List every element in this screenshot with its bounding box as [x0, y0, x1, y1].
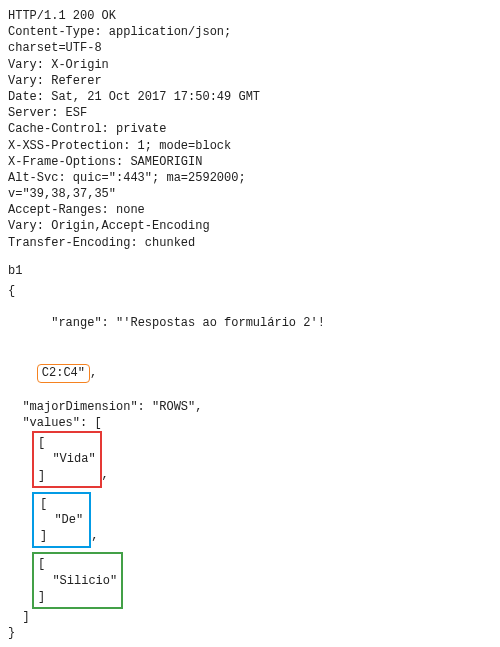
http-header-line: Vary: Referer: [8, 73, 492, 89]
json-values-close: ]: [8, 609, 492, 625]
json-brace-close: }: [8, 625, 492, 641]
http-header-line: Alt-Svc: quic=":443"; ma=2592000;: [8, 170, 492, 186]
http-status-line: HTTP/1.1 200 OK: [8, 8, 492, 24]
http-header-line: Vary: Origin,Accept-Encoding: [8, 218, 492, 234]
http-header-line: Transfer-Encoding: chunked: [8, 235, 492, 251]
http-header-line: v="39,38,37,35": [8, 186, 492, 202]
json-major-dimension: "majorDimension": "ROWS",: [8, 399, 492, 415]
json-values-open: "values": [: [8, 415, 492, 431]
http-header-line: Content-Type: application/json;: [8, 24, 492, 40]
json-brace-open: {: [8, 283, 492, 299]
json-value-row-1: [ "Vida" ] ,: [32, 431, 492, 488]
http-header-line: X-XSS-Protection: 1; mode=block: [8, 138, 492, 154]
http-header-line: Accept-Ranges: none: [8, 202, 492, 218]
http-header-line: X-Frame-Options: SAMEORIGIN: [8, 154, 492, 170]
json-value-row-3: [ "Silicio" ]: [32, 552, 492, 609]
json-range-line: "range": "'Respostas ao formulário 2'!: [8, 299, 492, 348]
http-header-line: Cache-Control: private: [8, 121, 492, 137]
http-header-line: Vary: X-Origin: [8, 57, 492, 73]
json-range-cells-line: C2:C4",: [8, 348, 492, 399]
http-header-line: Date: Sat, 21 Oct 2017 17:50:49 GMT: [8, 89, 492, 105]
range-cells-highlight: C2:C4": [37, 364, 90, 383]
chunk-marker: b1: [8, 263, 492, 279]
http-header-line: Server: ESF: [8, 105, 492, 121]
json-value-row-2: [ "De" ] ,: [32, 492, 492, 549]
http-header-line: charset=UTF-8: [8, 40, 492, 56]
